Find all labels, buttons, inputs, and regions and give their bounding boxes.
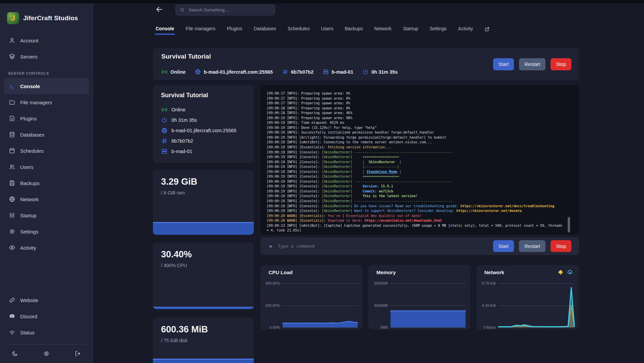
sidebar-item-settings[interactable]: Settings bbox=[4, 223, 89, 240]
restart-button[interactable]: Restart bbox=[519, 58, 546, 70]
sidebar-item-label: Servers bbox=[20, 54, 38, 60]
save-icon bbox=[9, 180, 15, 186]
sidebar-item-label: Backups bbox=[20, 180, 40, 186]
tab-startup[interactable]: Startup bbox=[403, 24, 418, 35]
sidebar-item-label: Plugins bbox=[20, 116, 37, 121]
info-status: Online bbox=[161, 104, 246, 115]
sidebar-item-console[interactable]: Console bbox=[4, 78, 89, 94]
search-bar[interactable] bbox=[175, 4, 275, 15]
sidebar-item-label: Console bbox=[20, 83, 40, 89]
power-icon bbox=[362, 69, 369, 75]
tab-backups[interactable]: Backups bbox=[345, 24, 363, 35]
tab-settings[interactable]: Settings bbox=[430, 24, 447, 35]
sidebar-item-label: File managers bbox=[20, 100, 52, 105]
folder-icon bbox=[9, 99, 15, 106]
console-line: [09:00:19 INFO] [Console]: [SkinsRestore… bbox=[267, 164, 566, 169]
search-input[interactable] bbox=[188, 7, 271, 13]
sidebar-item-users[interactable]: Users bbox=[4, 159, 89, 175]
sidebar-item-startup[interactable]: Startup bbox=[4, 207, 89, 223]
discord-icon bbox=[9, 313, 15, 320]
console-log[interactable]: [09:00:17 INFO]: Preparing spawn area: 0… bbox=[260, 85, 579, 234]
tab-plugins[interactable]: Plugins bbox=[227, 24, 242, 35]
ram-caption: / 8 GiB ram bbox=[161, 190, 185, 195]
sidebar-item-label: Startup bbox=[20, 213, 36, 218]
database-icon bbox=[9, 131, 15, 138]
sidebar-item-label: Users bbox=[20, 164, 33, 170]
app-logo[interactable]: J JiferCraft Studios bbox=[0, 3, 93, 32]
app-title: JiferCraft Studios bbox=[23, 14, 78, 22]
disk-stat-card: 600.36 MiB / 75 GiB disk bbox=[153, 318, 254, 363]
console-line: [09:00:19 INFO] [Console]: [SkinsRestore… bbox=[267, 150, 566, 155]
server-icon bbox=[161, 148, 168, 155]
stop-button[interactable]: Stop bbox=[551, 58, 571, 70]
server-icon bbox=[323, 69, 329, 75]
ram-value: 3.29 GiB bbox=[161, 177, 197, 187]
sidebar-item-schedules[interactable]: Schedules bbox=[4, 143, 89, 159]
tab-databases[interactable]: Databases bbox=[254, 24, 276, 35]
sidebar-item-activity[interactable]: Activity bbox=[4, 240, 89, 256]
app-logo-icon: J bbox=[7, 12, 19, 24]
network-chart-card: Network 8.79 KiB 4.39 KiB 0 Bytes bbox=[476, 265, 579, 330]
sidebar-item-account[interactable]: Account bbox=[4, 32, 89, 48]
back-button[interactable] bbox=[155, 5, 164, 14]
info-uptime-label: 0h 31m 35s bbox=[171, 117, 197, 123]
sidebar-item-label: Network bbox=[20, 196, 39, 202]
tab-schedules[interactable]: Schedules bbox=[288, 24, 310, 35]
file-plus-icon bbox=[9, 115, 15, 122]
sidebar-item-databases[interactable]: Databases bbox=[4, 126, 89, 143]
cpu-load-plot bbox=[260, 265, 362, 330]
sidebar-item-servers[interactable]: Servers bbox=[4, 48, 89, 65]
hash-icon bbox=[161, 138, 168, 144]
eye-icon bbox=[9, 244, 15, 251]
cpu-caption: / 400% CPU bbox=[161, 263, 187, 268]
console-line: [09:00:19 INFO]: Successfully initialize… bbox=[267, 130, 566, 135]
tab-console[interactable]: Console bbox=[156, 24, 174, 35]
info-uptime: 0h 31m 35s bbox=[161, 115, 246, 125]
info-server-id: 6b7b07b2 bbox=[161, 136, 246, 146]
user-icon bbox=[9, 37, 15, 44]
server-info-card: Survival Tutorial Online 0h 31m 35s b-ma… bbox=[153, 85, 254, 163]
sidebar-item-status[interactable]: Status bbox=[4, 324, 89, 340]
memory-chart-card: Memory 9000MB 4500MB 0MB bbox=[368, 265, 470, 330]
tab-activity[interactable]: Activity bbox=[458, 24, 473, 35]
ram-usage-chart bbox=[153, 222, 254, 235]
sidebar-item-backups[interactable]: Backups bbox=[4, 175, 89, 191]
command-bar-buttons: Start Restart Stop bbox=[493, 240, 571, 252]
console-line: [09:00:19 INFO] [nAntiBot]: Connecting t… bbox=[267, 140, 566, 145]
info-address-label: b-mad-01.jifercraft.com:25565 bbox=[171, 128, 236, 133]
tab-file-managers[interactable]: File managers bbox=[186, 24, 215, 35]
console-line: [09:00:19 INFO]: Time elapsed: 6529 ms bbox=[267, 120, 566, 125]
sidebar-item-label: Discord bbox=[20, 314, 37, 319]
start-button[interactable]: Start bbox=[493, 58, 514, 70]
console-line: [09:00:17 INFO]: Preparing spawn area: 0… bbox=[267, 101, 566, 106]
sidebar-item-network[interactable]: Network bbox=[4, 191, 89, 207]
moon-icon[interactable] bbox=[11, 350, 18, 357]
tab-users[interactable]: Users bbox=[321, 24, 333, 35]
logout-icon[interactable] bbox=[75, 350, 81, 357]
command-bar: » Start Restart Stop bbox=[260, 237, 579, 255]
console-line: [09:00:20 WARN] [Essentials]: Download i… bbox=[267, 218, 566, 223]
layers-icon bbox=[9, 53, 15, 60]
stop-button[interactable]: Stop bbox=[551, 240, 571, 252]
external-link-icon bbox=[484, 26, 490, 32]
command-input[interactable] bbox=[277, 243, 488, 249]
open-external-button[interactable] bbox=[484, 26, 490, 32]
tab-network[interactable]: Network bbox=[374, 24, 391, 35]
start-button[interactable]: Start bbox=[493, 240, 514, 252]
sidebar-item-plugins[interactable]: Plugins bbox=[4, 110, 89, 126]
sidebar-section-label: SERVER CONTROLS bbox=[0, 65, 93, 78]
node-label: b-mad-01 bbox=[332, 69, 353, 75]
sidebar-item-file-managers[interactable]: File managers bbox=[4, 94, 89, 110]
command-prompt-icon: » bbox=[269, 243, 272, 250]
sidebar-item-website[interactable]: Website bbox=[4, 292, 89, 308]
ram-stat-card: 3.29 GiB / 8 GiB ram bbox=[153, 170, 254, 235]
console-scrollbar-thumb[interactable] bbox=[568, 217, 570, 232]
status-label: Online bbox=[170, 69, 186, 75]
sidebar-item-discord[interactable]: Discord bbox=[4, 308, 89, 324]
gear-icon[interactable] bbox=[43, 350, 50, 357]
console-line: [09:00:19 INFO] [Arclight]: Forwarding f… bbox=[267, 135, 566, 140]
server-id-label: 6b7b07b2 bbox=[291, 69, 314, 75]
restart-button[interactable]: Restart bbox=[519, 240, 546, 252]
power-icon bbox=[161, 117, 168, 123]
sidebar-item-label: Status bbox=[20, 330, 35, 335]
